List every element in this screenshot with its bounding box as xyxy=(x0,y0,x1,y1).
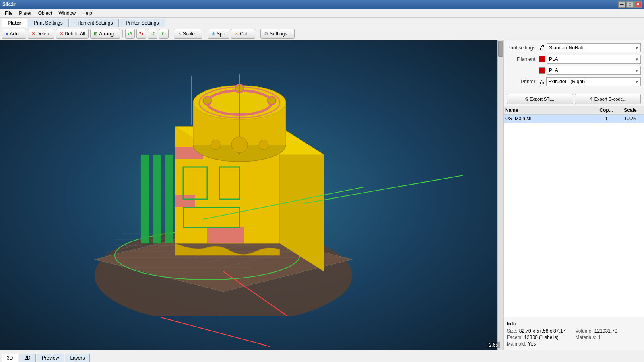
delete-icon: ✕ xyxy=(31,31,35,37)
toolbar-separator-4 xyxy=(258,30,258,38)
toolbar-separator-3 xyxy=(205,30,205,38)
filament-row-1: Filament: PLA ▼ xyxy=(507,55,641,64)
print-settings-value: 🖨 StandardNoRaft ▼ xyxy=(539,43,641,52)
scale-button[interactable]: ⤡ Scale... xyxy=(174,29,202,39)
materials-row: Materials: 1 xyxy=(576,335,641,340)
object-list-header: Name Cop... Scale xyxy=(504,106,644,115)
printer-label: Printer: xyxy=(507,79,539,84)
rotate-z-cw-icon: ↻ xyxy=(161,31,166,37)
object-name: OS_Main.stl xyxy=(505,116,594,121)
size-label: Size: xyxy=(507,328,518,334)
manifold-label: Manifold: xyxy=(507,341,526,347)
export-stl-button[interactable]: 🖨 Export STL... xyxy=(507,94,573,104)
delete-all-icon: ✕ xyxy=(60,31,64,37)
rotate-ccw-button[interactable]: ↺ xyxy=(125,29,135,39)
volume-row: Volume: 121931.70 xyxy=(576,328,641,334)
titlebar: Slic3r — □ ✕ xyxy=(0,0,644,9)
menu-plater[interactable]: Plater xyxy=(16,10,35,17)
tab-plater[interactable]: Plater xyxy=(2,19,27,27)
materials-label: Materials: xyxy=(576,335,597,340)
printer-row: Printer: 🖨 Extruder1 (Right) ▼ xyxy=(507,77,641,86)
rotate-cw-button[interactable]: ↻ xyxy=(136,29,146,39)
export-stl-icon: 🖨 xyxy=(524,97,528,101)
delete-button[interactable]: ✕ Delete xyxy=(28,29,54,39)
col-scale-header: Scale xyxy=(618,107,642,113)
tab-filament-settings[interactable]: Filament Settings xyxy=(70,19,119,27)
svg-point-22 xyxy=(203,97,211,105)
filament-dropdown-1[interactable]: PLA ▼ xyxy=(547,55,641,64)
tab-print-settings[interactable]: Print Settings xyxy=(28,19,68,27)
info-section: Info Size: 82.70 x 57.58 x 87.17 Volume:… xyxy=(504,317,644,350)
print-settings-dropdown[interactable]: StandardNoRaft ▼ xyxy=(547,43,641,52)
menu-file[interactable]: File xyxy=(2,10,16,17)
print-settings-label: Print settings: xyxy=(507,45,539,51)
object-row[interactable]: OS_Main.stl 1 100% xyxy=(504,115,644,123)
cut-icon: ✂ xyxy=(235,31,239,37)
col-name-header: Name xyxy=(505,107,594,113)
zoom-indicator: 2.65 xyxy=(487,342,500,348)
filament-dropdown-2[interactable]: PLA ▼ xyxy=(547,66,641,75)
z-axis-line xyxy=(191,76,192,125)
print-settings-panel: Print settings: 🖨 StandardNoRaft ▼ Filam… xyxy=(504,40,644,92)
toolbar-separator-1 xyxy=(122,30,123,38)
dropdown-arrow-printer: ▼ xyxy=(635,80,639,84)
rotate-z-cw-button[interactable]: ↻ xyxy=(159,29,169,39)
main-content: 2.65 Print settings: 🖨 StandardNoRaft ▼ … xyxy=(0,40,644,350)
tab-preview[interactable]: Preview xyxy=(37,354,64,362)
rotate-z-ccw-button[interactable]: ↺ xyxy=(148,29,157,39)
filament-label: Filament: xyxy=(507,56,539,62)
cut-button[interactable]: ✂ Cut... xyxy=(231,29,255,39)
printer-value: 🖨 Extruder1 (Right) ▼ xyxy=(539,77,641,86)
menubar: File Plater Object Window Help xyxy=(0,9,644,18)
svg-rect-17 xyxy=(165,155,173,243)
dropdown-arrow-filament-2: ▼ xyxy=(635,68,639,73)
3d-model xyxy=(83,74,364,316)
info-header: Info xyxy=(507,321,641,327)
arrange-button[interactable]: ⊞ Arrange xyxy=(90,29,120,39)
settings-button[interactable]: ⚙ Settings... xyxy=(260,29,295,39)
printer-icon: 🖨 xyxy=(539,78,545,85)
3d-viewport[interactable]: 2.65 xyxy=(0,40,503,350)
dropdown-arrow-filament-1: ▼ xyxy=(635,57,639,62)
export-gcode-icon: 🖨 xyxy=(589,97,593,101)
menu-window[interactable]: Window xyxy=(55,10,79,17)
object-scale: 100% xyxy=(618,116,642,121)
maximize-button[interactable]: □ xyxy=(626,1,634,8)
print-settings-row: Print settings: 🖨 StandardNoRaft ▼ xyxy=(507,43,641,52)
facets-value: 12300 (1 shells) xyxy=(524,335,558,340)
tab-2d[interactable]: 2D xyxy=(19,354,35,362)
filament-color-1 xyxy=(539,56,545,62)
add-icon: ● xyxy=(5,31,8,37)
filament-value-2: PLA ▼ xyxy=(539,66,641,75)
filament-color-2 xyxy=(539,67,545,74)
col-copy-header: Cop... xyxy=(594,107,618,113)
svg-rect-15 xyxy=(141,155,149,243)
add-button[interactable]: ● Add... xyxy=(2,29,26,39)
titlebar-controls: — □ ✕ xyxy=(618,1,642,8)
svg-point-32 xyxy=(211,140,220,150)
tab-printer-settings[interactable]: Printer Settings xyxy=(120,19,165,27)
tab-layers[interactable]: Layers xyxy=(65,354,90,362)
size-value: 82.70 x 57.58 x 87.17 xyxy=(519,328,566,334)
tab-3d[interactable]: 3D xyxy=(2,354,18,362)
filament-row-2: PLA ▼ xyxy=(507,66,641,75)
svg-point-33 xyxy=(259,140,268,150)
titlebar-title: Slic3r xyxy=(2,2,16,7)
scroll-thumb[interactable] xyxy=(498,41,503,57)
delete-all-button[interactable]: ✕ Delete All xyxy=(56,29,89,39)
printer-dropdown[interactable]: Extruder1 (Right) ▼ xyxy=(546,77,641,86)
right-panel: Print settings: 🖨 StandardNoRaft ▼ Filam… xyxy=(503,40,644,350)
size-row: Size: 82.70 x 57.58 x 87.17 xyxy=(507,328,572,334)
menu-help[interactable]: Help xyxy=(79,10,95,17)
viewport-scrollbar[interactable] xyxy=(497,40,503,350)
manifold-value: Yes xyxy=(528,341,536,347)
minimize-button[interactable]: — xyxy=(618,1,625,8)
arrange-icon: ⊞ xyxy=(94,31,98,37)
rotate-ccw-icon: ↺ xyxy=(128,31,132,37)
info-grid: Size: 82.70 x 57.58 x 87.17 Volume: 1219… xyxy=(507,328,641,347)
close-button[interactable]: ✕ xyxy=(634,1,642,8)
export-gcode-button[interactable]: 🖨 Export G-code... xyxy=(575,94,641,104)
menu-object[interactable]: Object xyxy=(35,10,56,17)
toolbar-separator-2 xyxy=(171,30,171,38)
split-button[interactable]: ⊕ Split xyxy=(208,29,229,39)
